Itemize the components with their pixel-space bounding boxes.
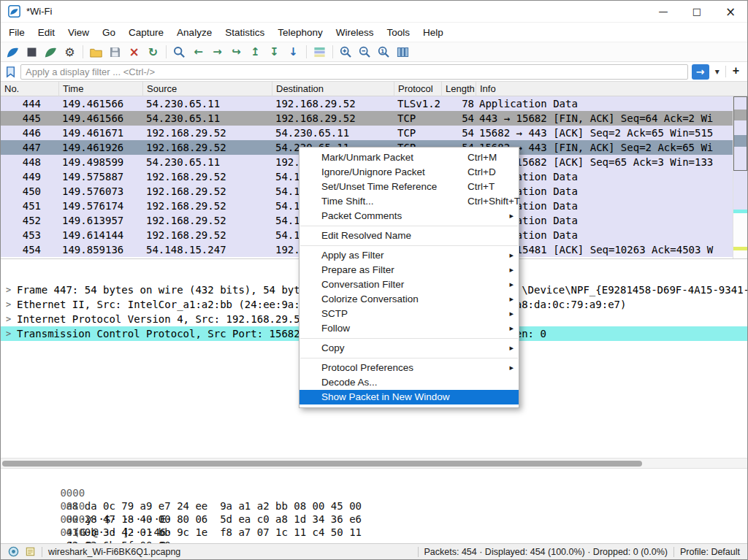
zoom-original-icon[interactable]: 1 bbox=[375, 44, 393, 61]
capture-comment-icon[interactable] bbox=[25, 546, 36, 557]
expand-chevron-icon[interactable] bbox=[6, 283, 11, 297]
context-menu-item[interactable]: Mark/Unmark Packet Ctrl+M bbox=[299, 150, 519, 165]
go-to-packet-icon[interactable]: ↪ bbox=[227, 44, 245, 61]
open-file-icon[interactable] bbox=[87, 44, 105, 61]
menu-item-label: Time Shift... bbox=[321, 194, 374, 209]
menu-item[interactable]: Analyze bbox=[170, 23, 218, 42]
context-menu-item[interactable]: Set/Unset Time Reference Ctrl+T bbox=[299, 180, 519, 194]
menu-item[interactable]: Tools bbox=[380, 23, 416, 42]
capture-filename[interactable]: wireshark_Wi-Fi6BK6Q1.pcapng bbox=[48, 547, 180, 557]
auto-scroll-icon[interactable]: ↓ bbox=[284, 44, 302, 61]
zoom-out-icon[interactable] bbox=[356, 44, 374, 61]
hex-row[interactable]: 0000 a8 da 0c 79 a9 e7 24 ee 9a a1 a2 bb… bbox=[11, 473, 747, 486]
context-menu-item[interactable]: Colorize Conversation bbox=[299, 292, 519, 307]
column-header-length[interactable]: Length bbox=[442, 82, 476, 96]
menu-item[interactable]: View bbox=[61, 23, 96, 42]
hex-view-pane: 0000 a8 da 0c 79 a9 e7 24 ee 9a a1 a2 bb… bbox=[1, 469, 747, 545]
horizontal-scrollbar-thumb[interactable] bbox=[2, 461, 642, 467]
menu-item[interactable]: File bbox=[2, 23, 31, 42]
column-header-no[interactable]: No. bbox=[1, 82, 59, 96]
horizontal-scrollbar[interactable] bbox=[1, 458, 747, 469]
packet-time: 149.461566 bbox=[62, 111, 144, 126]
colorize-packets-icon[interactable] bbox=[310, 44, 329, 61]
close-file-icon[interactable]: × bbox=[125, 44, 143, 61]
menu-item-shortcut: Ctrl+D bbox=[468, 165, 496, 180]
expand-chevron-icon[interactable] bbox=[6, 312, 11, 326]
minimize-button[interactable]: — bbox=[646, 1, 680, 22]
scrollbar-thumb[interactable] bbox=[733, 96, 747, 171]
column-header-source[interactable]: Source bbox=[143, 82, 272, 96]
menu-item[interactable]: Go bbox=[96, 23, 122, 42]
packet-list-scrollbar[interactable] bbox=[733, 96, 747, 258]
column-header-protocol[interactable]: Protocol bbox=[394, 82, 442, 96]
hex-row[interactable]: 0010 00 28 47 18 40 00 80 06 5d ea c0 a8… bbox=[11, 486, 747, 499]
packet-row[interactable]: 446 149.461671 192.168.29.52 54.230.65.1… bbox=[1, 126, 733, 140]
go-back-icon[interactable]: ← bbox=[189, 44, 207, 61]
context-menu-item[interactable] bbox=[300, 245, 518, 246]
titlebar: *Wi-Fi — □ × bbox=[1, 1, 747, 23]
filter-bookmark-icon[interactable] bbox=[4, 65, 17, 79]
submenu-arrow-icon bbox=[509, 263, 514, 277]
close-button[interactable]: × bbox=[714, 1, 747, 22]
context-menu-item[interactable]: Show Packet in New Window bbox=[299, 390, 519, 404]
column-header-time[interactable]: Time bbox=[59, 82, 143, 96]
context-menu-item[interactable]: Prepare as Filter bbox=[299, 263, 519, 277]
context-menu-item[interactable] bbox=[300, 226, 518, 226]
maximize-button[interactable]: □ bbox=[680, 1, 714, 22]
context-menu-item[interactable]: Copy bbox=[299, 341, 519, 356]
window-title: *Wi-Fi bbox=[26, 6, 52, 17]
zoom-in-icon[interactable] bbox=[337, 44, 355, 61]
context-menu-item[interactable]: Protocol Preferences bbox=[299, 361, 519, 375]
context-menu-item[interactable]: Ignore/Unignore Packet Ctrl+D bbox=[299, 165, 519, 180]
context-menu-item[interactable]: Time Shift... Ctrl+Shift+T bbox=[299, 194, 519, 209]
resize-columns-icon[interactable] bbox=[394, 44, 412, 61]
expand-chevron-icon[interactable] bbox=[6, 326, 11, 341]
menu-item[interactable]: Capture bbox=[122, 23, 170, 42]
go-last-packet-icon[interactable]: ↧ bbox=[265, 44, 283, 61]
hex-offset: 0030 bbox=[60, 526, 94, 539]
expand-chevron-icon[interactable] bbox=[6, 297, 11, 312]
packet-no: 445 bbox=[1, 111, 59, 126]
packet-row[interactable]: 445 149.461566 54.230.65.11 192.168.29.5… bbox=[1, 111, 733, 126]
packet-row[interactable]: 444 149.461566 54.230.65.11 192.168.29.5… bbox=[1, 96, 733, 111]
stop-capture-icon[interactable] bbox=[23, 44, 41, 61]
packet-source: 192.168.29.52 bbox=[146, 199, 272, 213]
display-filter-input[interactable] bbox=[20, 64, 688, 80]
toolbar-separator bbox=[332, 45, 333, 58]
menu-item[interactable]: Wireless bbox=[329, 23, 381, 42]
context-menu-item[interactable]: Apply as Filter bbox=[299, 248, 519, 263]
reload-file-icon[interactable]: ↻ bbox=[144, 44, 162, 61]
capture-options-icon[interactable]: ⚙ bbox=[61, 44, 79, 61]
column-header-destination[interactable]: Destination bbox=[272, 82, 394, 96]
context-menu-item[interactable] bbox=[300, 358, 518, 358]
window-controls: — □ × bbox=[646, 1, 747, 22]
packet-info: 443 → 15682 [FIN, ACK] Seq=64 Ack=2 Wi bbox=[479, 111, 733, 126]
context-menu-item[interactable]: Packet Comments bbox=[299, 209, 519, 223]
find-packet-icon[interactable] bbox=[170, 44, 188, 61]
packet-source: 54.148.15.247 bbox=[146, 242, 272, 257]
hex-offset: 0000 bbox=[60, 486, 94, 499]
context-menu-item[interactable] bbox=[300, 338, 518, 339]
menu-item[interactable]: Edit bbox=[31, 23, 61, 42]
context-menu-item[interactable]: SCTP bbox=[299, 307, 519, 321]
profile-selector[interactable]: Profile: Default bbox=[680, 547, 740, 557]
packet-time: 149.461926 bbox=[62, 140, 144, 155]
go-forward-icon[interactable]: → bbox=[208, 44, 226, 61]
context-menu-item[interactable]: Follow bbox=[299, 321, 519, 336]
context-menu-item[interactable]: Conversation Filter bbox=[299, 277, 519, 292]
menu-item[interactable]: Statistics bbox=[218, 23, 271, 42]
start-capture-icon[interactable] bbox=[4, 44, 22, 61]
go-first-packet-icon[interactable]: ↥ bbox=[246, 44, 264, 61]
restart-capture-icon[interactable] bbox=[42, 44, 60, 61]
context-menu-item[interactable]: Edit Resolved Name bbox=[299, 229, 519, 243]
save-file-icon[interactable] bbox=[106, 44, 124, 61]
expert-info-icon[interactable] bbox=[8, 546, 19, 557]
menu-item[interactable]: Help bbox=[416, 23, 450, 42]
menu-item[interactable]: Telephony bbox=[271, 23, 329, 42]
apply-filter-button[interactable]: → bbox=[692, 64, 709, 80]
filter-history-caret-icon[interactable]: ▾ bbox=[713, 66, 722, 77]
add-filter-button[interactable]: + bbox=[730, 64, 744, 79]
context-menu-item[interactable]: Decode As... bbox=[299, 375, 519, 390]
column-header-info[interactable]: Info bbox=[476, 82, 747, 96]
submenu-arrow-icon bbox=[509, 292, 514, 307]
